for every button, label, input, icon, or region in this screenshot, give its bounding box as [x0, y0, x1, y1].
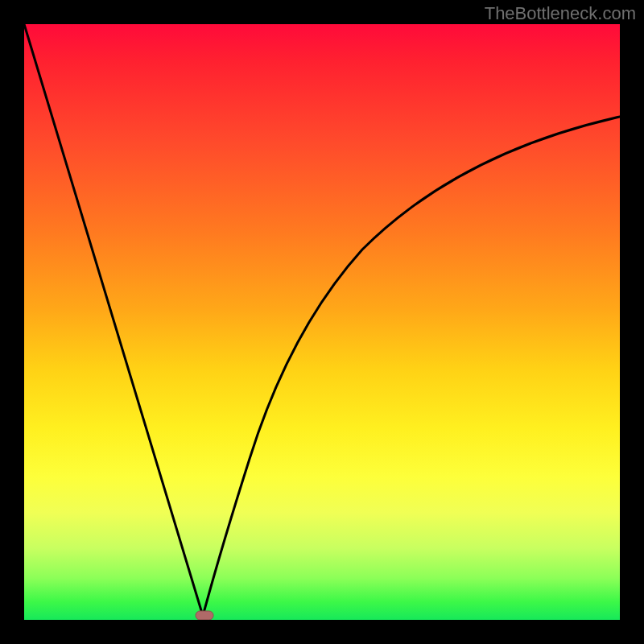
- watermark-text: TheBottleneck.com: [485, 3, 636, 24]
- curve-canvas: [24, 24, 620, 620]
- curve-right-branch: [203, 117, 620, 616]
- curve-left-branch: [24, 24, 203, 616]
- minimum-marker: [196, 611, 213, 620]
- chart-frame: TheBottleneck.com: [0, 0, 644, 644]
- plot-area: [24, 24, 620, 620]
